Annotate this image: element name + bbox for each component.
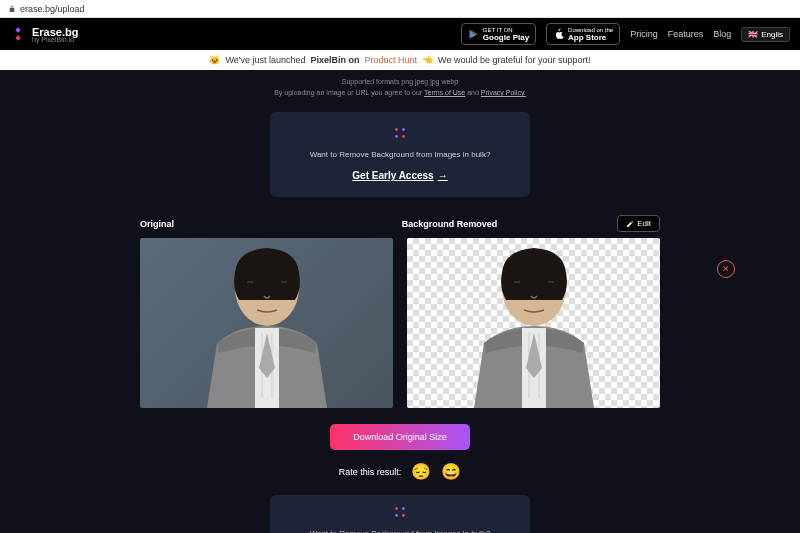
address-bar: erase.bg/upload <box>0 0 800 18</box>
happy-emoji[interactable]: 😄 <box>441 462 461 481</box>
arrow-right-icon: → <box>438 170 448 181</box>
svg-point-9 <box>402 514 405 517</box>
removed-bg-image <box>407 238 660 408</box>
bulk-card-top: Want to Remove Background from Images in… <box>270 112 530 197</box>
nav-blog[interactable]: Blog <box>713 29 731 39</box>
original-label: Original <box>140 219 174 229</box>
download-button[interactable]: Download Original Size <box>330 424 470 450</box>
person-silhouette <box>444 238 624 408</box>
logo-icon <box>10 26 26 42</box>
header: Erase.bg by PixelBin.io GET IT ONGoogle … <box>0 18 800 50</box>
bulk-card-bottom: Want to Remove Background from Images in… <box>270 495 530 533</box>
terms-text: By uploading an image or URL you agree t… <box>270 89 530 96</box>
rating-row: Rate this result: 😔 😄 <box>140 462 660 481</box>
rate-label: Rate this result: <box>339 467 402 477</box>
point-icon: 👈 <box>422 55 433 65</box>
svg-point-3 <box>402 135 405 138</box>
svg-point-0 <box>395 128 398 131</box>
mascot-icon: 🐱 <box>209 55 220 65</box>
early-access-link[interactable]: Get Early Access→ <box>352 170 447 181</box>
person-silhouette <box>177 238 357 408</box>
svg-point-1 <box>402 128 405 131</box>
google-play-button[interactable]: GET IT ONGoogle Play <box>461 23 536 45</box>
language-selector[interactable]: 🇬🇧 Englis <box>741 27 790 42</box>
formats-text: Supported formats png jpeg jpg webp <box>270 78 530 85</box>
original-image <box>140 238 393 408</box>
product-hunt-link[interactable]: Product Hunt <box>365 55 418 65</box>
svg-point-7 <box>402 507 405 510</box>
edit-button[interactable]: Edit <box>617 215 660 232</box>
svg-point-2 <box>395 135 398 138</box>
dots-icon <box>393 505 407 519</box>
svg-point-6 <box>395 507 398 510</box>
url-text: erase.bg/upload <box>20 4 85 14</box>
privacy-link[interactable]: Privacy Policy. <box>481 89 526 96</box>
dots-icon <box>393 126 407 140</box>
svg-point-8 <box>395 514 398 517</box>
google-play-icon <box>468 28 480 40</box>
close-button[interactable]: ✕ <box>717 260 735 278</box>
nav-features[interactable]: Features <box>668 29 704 39</box>
logo-sub: by PixelBin.io <box>32 36 78 43</box>
removed-label: Background Removed <box>402 219 498 229</box>
app-store-button[interactable]: Download on theApp Store <box>546 23 620 45</box>
nav-pricing[interactable]: Pricing <box>630 29 658 39</box>
announcement-banner: 🐱 We've just launched PixelBin on Produc… <box>0 50 800 70</box>
apple-icon <box>553 28 565 40</box>
flag-icon: 🇬🇧 <box>748 30 758 39</box>
sad-emoji[interactable]: 😔 <box>411 462 431 481</box>
lock-icon <box>8 5 16 13</box>
result-panel: Original Background Removed Edit Downloa… <box>140 215 660 533</box>
logo[interactable]: Erase.bg by PixelBin.io <box>10 26 78 43</box>
bulk-question: Want to Remove Background from Images in… <box>284 150 516 159</box>
terms-link[interactable]: Terms of Use <box>424 89 465 96</box>
upload-info: Supported formats png jpeg jpg webp By u… <box>270 70 530 104</box>
bulk-question: Want to Remove Background from Images in… <box>280 529 520 533</box>
pencil-icon <box>626 220 634 228</box>
